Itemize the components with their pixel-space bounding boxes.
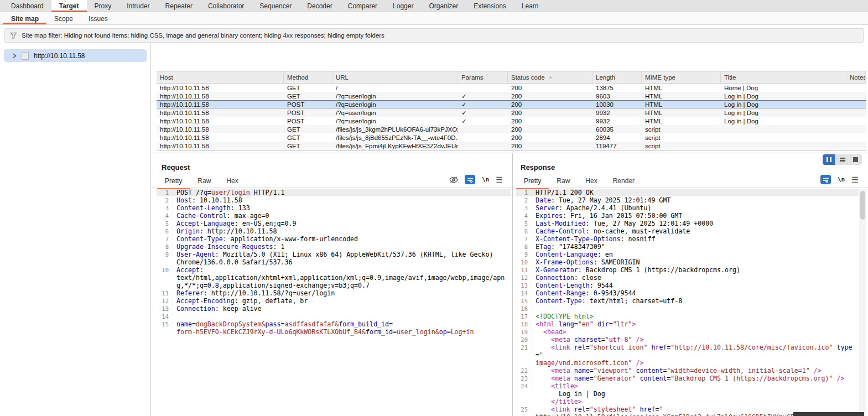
line-content: POST /?q=user/login HTTP/1.1 <box>173 189 511 196</box>
table-row[interactable]: http://10.10.11.58POST/?q=user/login✓200… <box>157 117 866 125</box>
code-line-7[interactable]: 7X-Content-Type-Options: nosniff <box>516 235 859 243</box>
code-line-13[interactable]: 13Connection: keep-alive <box>157 305 511 313</box>
column-header-url[interactable]: URL <box>332 71 458 83</box>
request-view-tab-hex[interactable]: Hex <box>219 175 246 189</box>
tab-learn[interactable]: Learn <box>514 0 547 12</box>
tab-repeater[interactable]: Repeater <box>158 0 200 12</box>
code-line-21[interactable]: 21 <link rel="shortcut icon" href="http:… <box>516 344 859 367</box>
tab-target[interactable]: Target <box>51 0 87 12</box>
code-line-1[interactable]: 1HTTP/1.1 200 OK <box>516 189 859 196</box>
subtab-scope[interactable]: Scope <box>46 13 81 24</box>
code-line-17[interactable]: 17<!DOCTYPE html> <box>516 313 859 320</box>
code-line-15[interactable]: 15Content-Type: text/html; charset=utf-8 <box>516 297 859 305</box>
tab-dashboard[interactable]: Dashboard <box>3 0 51 12</box>
table-row[interactable]: http://10.10.11.58POST/?q=user/login✓200… <box>157 100 866 108</box>
code-line-3[interactable]: 3Server: Apache/2.4.41 (Ubuntu) <box>516 204 859 212</box>
tab-extensions[interactable]: Extensions <box>466 0 514 12</box>
code-line-16[interactable]: 16 <box>516 305 859 313</box>
table-row[interactable]: http://10.10.11.58GET/20013875HTMLHome |… <box>157 84 866 92</box>
show-newlines-toggle[interactable]: \n <box>482 176 489 183</box>
code-line-2[interactable]: 2Date: Tue, 27 May 2025 12:01:49 GMT <box>516 196 859 204</box>
layout-columns-button[interactable] <box>823 154 835 165</box>
column-header-length[interactable]: Length <box>592 71 642 83</box>
horizontal-splitter[interactable] <box>152 153 868 153</box>
code-line-1[interactable]: 1POST /?q=user/login HTTP/1.1 <box>157 189 511 196</box>
column-header-params[interactable]: Params <box>458 71 508 83</box>
code-line-4[interactable]: 4Expires: Fri, 16 Jan 2015 07:50:00 GMT <box>516 212 859 220</box>
sitemap-filter-bar[interactable]: Site map filter: Hiding not found items;… <box>4 28 864 43</box>
word-wrap-button[interactable] <box>820 175 831 184</box>
subtab-site-map[interactable]: Site map <box>3 13 46 24</box>
code-line-18[interactable]: 18<html lang="en" dir="ltr"> <box>516 320 859 328</box>
tab-proxy[interactable]: Proxy <box>87 0 119 12</box>
code-line-11[interactable]: 11Referer: http://10.10.11.58/?q=user/lo… <box>157 289 511 297</box>
layout-single-button[interactable] <box>849 154 862 165</box>
code-line-20[interactable]: 20 <meta charset="utf-8" /> <box>516 336 859 344</box>
code-line-4[interactable]: 4Cache-Control: max-age=0 <box>157 212 511 220</box>
response-editor[interactable]: 1HTTP/1.1 200 OK2Date: Tue, 27 May 2025 … <box>516 189 859 416</box>
table-row[interactable]: http://10.10.11.58GET/files/js/js_Fpmi4j… <box>157 142 866 150</box>
column-header-host[interactable]: Host <box>157 71 284 83</box>
code-line-5[interactable]: 5Last-Modified: Tue, 27 May 2025 12:01:4… <box>516 220 859 227</box>
code-line-2[interactable]: 2Host: 10.10.11.58 <box>157 196 511 204</box>
response-scrollbar-thumb[interactable] <box>860 191 865 220</box>
tree-node-host[interactable]: http://10.10.11.58 <box>4 49 147 62</box>
column-header-mime-type[interactable]: MIME type <box>642 71 721 83</box>
response-view-tab-hex[interactable]: Hex <box>578 175 605 189</box>
table-row[interactable]: http://10.10.11.58GET/files/js/js_3kgm2h… <box>157 125 866 133</box>
tab-collaborator[interactable]: Collaborator <box>200 0 252 12</box>
code-line-24[interactable]: 24 <title> Log in | Dog </title> <box>516 382 859 405</box>
tab-logger[interactable]: Logger <box>385 0 421 12</box>
word-wrap-button[interactable] <box>465 175 475 184</box>
table-row[interactable]: http://10.10.11.58GET/files/js/js_8jBd65… <box>157 133 866 142</box>
code-line-7[interactable]: 7Content-Type: application/x-www-form-ur… <box>157 235 511 243</box>
code-line-8[interactable]: 8ETag: "1748347309" <box>516 243 859 251</box>
response-view-tab-pretty[interactable]: Pretty <box>516 175 549 189</box>
code-line-3[interactable]: 3Content-Length: 133 <box>157 204 511 212</box>
column-header-status-code[interactable]: Status code∧ <box>508 71 592 83</box>
request-view-tab-raw[interactable]: Raw <box>190 175 219 189</box>
code-line-14[interactable]: 14Content-Range: 0-9543/9544 <box>516 289 859 297</box>
subtab-issues[interactable]: Issues <box>81 13 116 24</box>
response-view-tab-raw[interactable]: Raw <box>549 175 578 189</box>
response-view-tab-render[interactable]: Render <box>605 175 642 189</box>
code-line-10[interactable]: 10Accept: text/html,application/xhtml+xm… <box>157 266 511 289</box>
tab-sequencer[interactable]: Sequencer <box>252 0 299 12</box>
show-newlines-toggle[interactable]: \n <box>838 176 845 183</box>
code-line-19[interactable]: 19 <head> <box>516 328 859 336</box>
request-view-tab-pretty[interactable]: Pretty <box>157 175 190 189</box>
column-header-method[interactable]: Method <box>284 71 332 83</box>
tab-intruder[interactable]: Intruder <box>119 0 157 12</box>
code-line-6[interactable]: 6Cache-Control: no-cache, must-revalidat… <box>516 227 859 235</box>
code-line-12[interactable]: 12Accept-Encoding: gzip, deflate, br <box>157 297 511 305</box>
column-header-notes[interactable]: Notes <box>846 71 866 83</box>
tab-organizer[interactable]: Organizer <box>421 0 466 12</box>
code-line-5[interactable]: 5Accept-Language: en-US,en;q=0.9 <box>157 220 511 227</box>
editor-menu-icon[interactable]: ☰ <box>851 177 859 183</box>
table-row[interactable]: http://10.10.11.58POST/?q=user/login✓200… <box>157 108 866 117</box>
code-line-6[interactable]: 6Origin: http://10.10.11.58 <box>157 227 511 235</box>
table-row[interactable]: http://10.10.11.58GET/?q=user/login✓2009… <box>157 92 866 100</box>
editor-menu-icon[interactable]: ☰ <box>496 177 503 183</box>
tab-comparer[interactable]: Comparer <box>340 0 385 12</box>
chevron-right-icon[interactable] <box>12 53 17 59</box>
code-line-12[interactable]: 12Connection: close <box>516 274 859 282</box>
layout-stacked-button[interactable] <box>836 154 849 165</box>
code-line-8[interactable]: 8Upgrade-Insecure-Requests: 1 <box>157 243 511 251</box>
http-history-table: HostMethodURLParamsStatus code∧LengthMIM… <box>157 71 866 150</box>
code-line-10[interactable]: 10X-Frame-Options: SAMEORIGIN <box>516 258 859 266</box>
code-line-23[interactable]: 23 <meta name="Generator" content="Backd… <box>516 375 859 382</box>
tab-decoder[interactable]: Decoder <box>299 0 340 12</box>
request-editor[interactable]: 1POST /?q=user/login HTTP/1.12Host: 10.1… <box>157 189 511 416</box>
code-line-15[interactable]: 15name=dogBackDropSystem&pass=asdffasdfa… <box>157 320 511 336</box>
code-line-13[interactable]: 13Content-Length: 9544 <box>516 282 859 289</box>
code-line-11[interactable]: 11X-Generator: Backdrop CMS 1 (https://b… <box>516 266 859 274</box>
hide-eye-slash-icon[interactable] <box>449 176 458 184</box>
code-line-14[interactable]: 14 <box>157 313 511 320</box>
code-line-9[interactable]: 9User-Agent: Mozilla/5.0 (X11; Linux x86… <box>157 251 511 266</box>
response-scrollbar[interactable] <box>859 189 866 416</box>
code-line-22[interactable]: 22 <meta name="viewport" content="width=… <box>516 367 859 375</box>
column-header-title[interactable]: Title <box>721 71 846 83</box>
code-line-9[interactable]: 9Content-Language: en <box>516 251 859 258</box>
request-response-divider[interactable] <box>512 153 513 416</box>
